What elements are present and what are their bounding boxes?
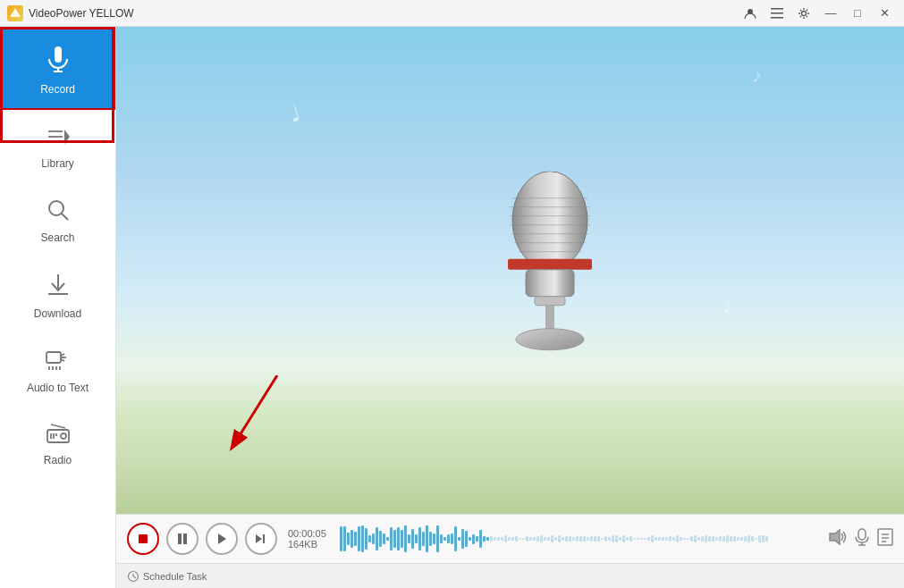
library-icon [46,126,70,154]
svg-rect-45 [178,533,182,544]
content-area: ♩ ♪ ♩ [116,27,904,588]
svg-rect-4 [771,17,783,19]
svg-rect-44 [139,534,148,543]
play-button[interactable] [206,523,238,555]
sidebar-item-download-label: Download [34,307,81,320]
window-controls: — □ ✕ [738,4,897,23]
svg-rect-39 [526,269,574,296]
main-container: Record Library Search [0,27,904,588]
app-title: VideoPower YELLOW [29,7,738,20]
svg-rect-38 [508,258,592,269]
svg-point-30 [512,171,587,269]
download-icon [46,273,70,304]
mic-icon[interactable] [854,528,870,550]
svg-marker-50 [830,530,840,544]
music-note-2: ♪ [752,65,765,87]
time-display: 00:00:05 164KB [288,528,333,550]
player-controls: 00:00:05 164KB [116,514,904,563]
pause-button[interactable] [166,523,199,555]
svg-point-13 [49,201,63,215]
svg-rect-46 [183,533,187,544]
svg-line-60 [133,576,136,578]
sidebar-item-audio-to-text-label: Audio to Text [27,382,89,394]
app-logo [7,5,23,21]
music-note-1: ♩ [286,99,304,129]
audio-to-text-icon [46,349,71,378]
svg-point-5 [802,11,807,15]
elapsed-time: 00:00:05 [288,528,333,539]
sidebar-item-library[interactable]: Library [0,110,115,182]
close-button[interactable]: ✕ [872,4,897,23]
file-size: 164KB [288,539,333,550]
sidebar-item-radio-label: Radio [44,454,72,466]
svg-marker-47 [218,533,226,544]
schedule-task-label[interactable]: Schedule Task [143,571,207,582]
sidebar-item-download[interactable]: Download [0,256,115,332]
sidebar-item-search-label: Search [40,231,74,244]
status-bar: Schedule Task [116,563,904,588]
user-icon[interactable] [738,4,763,23]
sidebar-item-library-label: Library [41,157,74,170]
arrow-annotation [206,375,322,465]
svg-marker-48 [256,534,262,543]
svg-rect-17 [46,352,61,363]
svg-marker-12 [64,130,70,144]
search-icon [46,198,70,228]
svg-rect-3 [771,13,783,14]
right-controls [829,528,893,550]
sidebar-item-search[interactable]: Search [0,182,115,256]
clock-icon [127,570,139,583]
svg-rect-2 [771,8,783,10]
svg-rect-51 [858,529,866,540]
sidebar-item-record[interactable]: Record [0,27,115,110]
svg-rect-40 [535,296,565,305]
menu-icon[interactable] [765,4,790,23]
titlebar: VideoPower YELLOW — □ ✕ [0,0,904,27]
export-icon[interactable] [877,528,893,550]
svg-point-26 [61,433,66,439]
minimize-button[interactable]: — [818,4,843,23]
record-icon [46,45,71,80]
sidebar: Record Library Search [0,27,116,588]
microphone-illustration [492,171,608,362]
svg-rect-54 [878,529,892,545]
next-button[interactable] [245,523,277,555]
waveform-visualizer [340,523,822,555]
sidebar-item-audio-to-text[interactable]: Audio to Text [0,332,115,407]
svg-marker-0 [10,8,21,17]
volume-icon[interactable] [829,529,847,550]
svg-line-14 [62,214,68,220]
svg-rect-6 [55,46,62,63]
stop-button[interactable] [127,523,159,555]
music-note-3: ♩ [721,294,731,318]
svg-point-42 [516,328,584,349]
background-scene: ♩ ♪ ♩ [116,27,904,514]
sidebar-item-record-label: Record [40,83,75,96]
radio-icon [46,423,71,450]
maximize-button[interactable]: □ [845,4,870,23]
settings-icon[interactable] [791,4,816,23]
sidebar-item-radio[interactable]: Radio [0,407,115,479]
